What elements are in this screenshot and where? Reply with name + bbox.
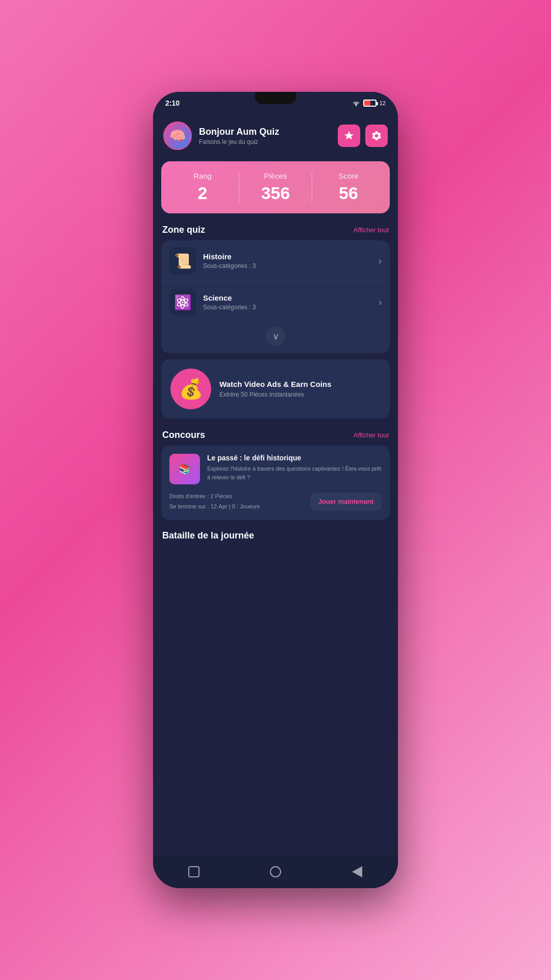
bottom-nav — [153, 855, 398, 888]
rang-value: 2 — [166, 183, 239, 203]
svg-point-0 — [356, 105, 357, 106]
quiz-zone-card: 📜 Histoire Sous-catégories : 3 › ⚛️ Scie… — [161, 240, 390, 353]
concours-termine: Se termine sur : 12-Apr | 0 : Joueurs — [169, 502, 260, 512]
concours-title: Concours — [162, 430, 205, 440]
main-scroll: 🧠 Bonjour Aum Quiz Faisons le jeu du qui… — [153, 114, 398, 855]
header-subtitle: Faisons le jeu du quiz — [199, 138, 331, 145]
concours-droits: Droits d'entrée : 2 Pièces — [169, 492, 260, 502]
quiz-zone-view-all[interactable]: Afficher tout — [354, 226, 389, 234]
concours-card: 📚 Le passé : le défi historique Explorez… — [161, 446, 390, 520]
stat-rang: Rang 2 — [166, 172, 239, 203]
nav-home-button[interactable] — [265, 862, 286, 882]
nav-square-icon — [188, 866, 199, 877]
quiz-zone-title: Zone quiz — [162, 225, 205, 235]
concours-text: Le passé : le défi historique Explorez l… — [207, 454, 382, 481]
score-label: Score — [312, 172, 385, 180]
pieces-label: Pièces — [239, 172, 312, 180]
battery-level: 12 — [380, 100, 386, 106]
quiz-zone-header: Zone quiz Afficher tout — [153, 222, 398, 240]
science-info: Science Sous-catégories : 3 — [203, 293, 371, 311]
app-header: 🧠 Bonjour Aum Quiz Faisons le jeu du qui… — [153, 114, 398, 157]
wifi-icon — [352, 100, 360, 106]
quiz-item-science[interactable]: ⚛️ Science Sous-catégories : 3 › — [161, 281, 390, 323]
header-actions — [338, 125, 388, 147]
pieces-value: 356 — [239, 183, 312, 203]
science-name: Science — [203, 293, 371, 302]
histoire-chevron-icon: › — [379, 256, 382, 266]
stat-score: Score 56 — [312, 172, 385, 203]
ads-title: Watch Video Ads & Earn Coins — [219, 380, 331, 388]
science-sub: Sous-catégories : 3 — [203, 304, 371, 311]
stat-pieces: Pièces 356 — [239, 172, 312, 203]
trophy-icon — [343, 130, 355, 141]
header-title: Bonjour Aum Quiz — [199, 127, 331, 137]
concours-item-title: Le passé : le défi historique — [207, 454, 382, 462]
histoire-info: Histoire Sous-catégories : 3 — [203, 252, 371, 270]
stats-card: Rang 2 Pièces 356 Score 56 — [161, 161, 390, 213]
header-text: Bonjour Aum Quiz Faisons le jeu du quiz — [199, 127, 331, 145]
status-icons: 12 — [352, 100, 386, 107]
science-icon: ⚛️ — [169, 289, 196, 315]
score-value: 56 — [312, 183, 385, 203]
histoire-sub: Sous-catégories : 3 — [203, 262, 371, 270]
science-chevron-icon: › — [379, 297, 382, 308]
trophy-button[interactable] — [338, 125, 360, 147]
avatar[interactable]: 🧠 — [163, 121, 192, 150]
settings-button[interactable] — [365, 125, 388, 147]
ads-icon: 💰 — [170, 369, 211, 409]
concours-header: Concours Afficher tout — [153, 427, 398, 446]
nav-back-button[interactable] — [184, 862, 204, 882]
histoire-name: Histoire — [203, 252, 371, 261]
play-button[interactable]: Jouer maintenant — [310, 493, 382, 510]
bataille-title: Bataille de la journée — [162, 530, 389, 541]
concours-item-header: 📚 Le passé : le défi historique Explorez… — [169, 454, 382, 484]
concours-footer: Droits d'entrée : 2 Pièces Se termine su… — [169, 492, 382, 512]
settings-icon — [371, 130, 382, 141]
concours-view-all[interactable]: Afficher tout — [354, 431, 389, 439]
quiz-item-histoire[interactable]: 📜 Histoire Sous-catégories : 3 › — [161, 240, 390, 281]
concours-meta: Droits d'entrée : 2 Pièces Se termine su… — [169, 492, 260, 512]
ads-subtitle: Extrère 50 Pièces instantanées — [219, 391, 331, 398]
nav-triangle-icon — [352, 866, 362, 877]
phone-frame: 2:10 12 🧠 Bonjour Aum Quiz — [153, 92, 398, 888]
concours-item-desc: Explorez l'histoire à travers des questi… — [207, 464, 382, 481]
ads-card[interactable]: 💰 Watch Video Ads & Earn Coins Extrère 5… — [161, 359, 390, 419]
battery-icon — [363, 100, 377, 107]
ads-info: Watch Video Ads & Earn Coins Extrère 50 … — [219, 380, 331, 398]
concours-image: 📚 — [169, 454, 200, 484]
expand-button[interactable]: ∨ — [266, 327, 285, 346]
nav-recent-button[interactable] — [347, 862, 367, 882]
histoire-icon: 📜 — [169, 248, 196, 274]
nav-circle-icon — [270, 866, 281, 877]
rang-label: Rang — [166, 172, 239, 180]
expand-wrap: ∨ — [161, 323, 390, 353]
status-time: 2:10 — [165, 99, 180, 107]
bataille-section: Bataille de la journée — [153, 527, 398, 548]
